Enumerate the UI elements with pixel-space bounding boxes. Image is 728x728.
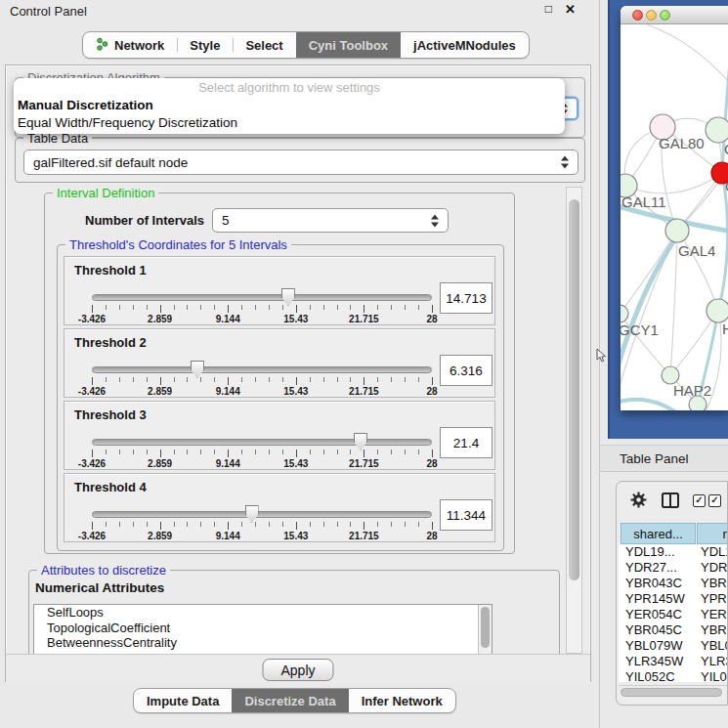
slider-track[interactable]: [92, 294, 432, 301]
tab-impute-data[interactable]: Impute Data: [134, 689, 232, 712]
table-data-combo[interactable]: galFiltered.sif default node: [23, 150, 578, 175]
slider-tick: [187, 377, 188, 382]
network-node-label: HAP2: [673, 382, 711, 399]
slider-tick: [214, 522, 215, 527]
tab-cyni-toolbox[interactable]: Cyni Toolbox: [296, 32, 401, 58]
network-node[interactable]: [707, 299, 728, 322]
slider-tick-label: 28: [426, 314, 437, 324]
table-row[interactable]: YBR045CYBR0: [619, 622, 728, 638]
slider-track[interactable]: [92, 511, 432, 518]
tab-network[interactable]: Network: [83, 32, 177, 58]
network-node-label: GAL80: [659, 135, 705, 151]
table-row[interactable]: YPR145WYPR1: [619, 591, 728, 607]
zoom-traffic-light-icon[interactable]: [660, 10, 670, 21]
attribute-item-betweennesscentrality[interactable]: BetweennessCentrality: [34, 635, 492, 651]
checkbox-checked-icon[interactable]: ✓: [693, 494, 706, 507]
slider-tick: [255, 522, 256, 527]
minimize-traffic-light-icon[interactable]: [646, 10, 657, 21]
close-window-icon[interactable]: ✕: [565, 2, 576, 17]
number-of-intervals-combo[interactable]: 5: [212, 208, 449, 233]
table-row[interactable]: YIL052CYIL0: [619, 669, 728, 682]
slider-tick: [377, 305, 378, 310]
slider-tick: [228, 305, 229, 313]
column-header-shared[interactable]: shared...: [621, 523, 696, 544]
settings-scrollbar-thumb[interactable]: [569, 199, 579, 580]
network-node[interactable]: [621, 305, 628, 322]
numerical-attributes-list[interactable]: SelfLoopsTopologicalCoefficientBetweenne…: [33, 604, 492, 654]
table-row[interactable]: YBR043CYBR0: [619, 576, 728, 591]
network-icon: [96, 37, 108, 54]
tab-discretize-data[interactable]: Discretize Data: [232, 689, 348, 712]
gear-icon[interactable]: [630, 492, 647, 512]
attribute-item-selfloops[interactable]: SelfLoops: [34, 605, 492, 621]
slider-tick: [200, 522, 201, 527]
tab-label: Style: [190, 38, 220, 53]
slider-track[interactable]: [92, 439, 432, 446]
close-traffic-light-icon[interactable]: [632, 10, 643, 21]
slider-tick: [323, 377, 324, 382]
list-scrollbar-thumb[interactable]: [481, 607, 490, 648]
slider-tick-label: -3.426: [78, 386, 106, 397]
threshold-value-field[interactable]: 14.713: [440, 282, 492, 314]
table-row[interactable]: YER054CYER0: [619, 607, 728, 622]
slider-track[interactable]: [92, 366, 432, 373]
settings-scrollbar[interactable]: [566, 187, 582, 654]
slider-tick: [255, 377, 256, 382]
slider-thumb[interactable]: [191, 361, 204, 378]
network-node[interactable]: [706, 117, 728, 143]
cell-shared-name: YBR043C: [625, 576, 682, 591]
threshold-4-panel: Threshold 4-3.4262.8599.14415.4321.71528…: [64, 473, 495, 542]
table-row[interactable]: YLR345WYLR3: [619, 654, 728, 669]
network-node-label: GAL4: [678, 242, 715, 259]
network-node[interactable]: [665, 219, 689, 242]
network-window-titlebar[interactable]: [621, 6, 728, 24]
dropdown-option-manual-discretization[interactable]: Manual Discretization: [14, 97, 565, 114]
slider-thumb[interactable]: [281, 288, 295, 306]
cell-shared-name: YPR145W: [625, 591, 685, 607]
slider-tick: [187, 450, 188, 454]
horizontal-scrollbar-thumb[interactable]: [621, 688, 722, 697]
table-row[interactable]: YDL19...YDL1: [619, 544, 728, 560]
attribute-item-topologicalcoefficient[interactable]: TopologicalCoefficient: [34, 621, 492, 636]
slider-tick: [200, 305, 201, 310]
threshold-value-field[interactable]: 11.344: [440, 499, 492, 531]
dropdown-option-equal-width-frequency-discretization[interactable]: Equal Width/Frequency Discretization: [14, 114, 565, 132]
float-window-icon[interactable]: □: [545, 2, 552, 16]
checkbox-checked-icon[interactable]: ✓: [708, 494, 721, 507]
attributes-group-title: Attributes to discretize: [37, 563, 170, 578]
network-canvas[interactable]: GAL80GCGAL11GAL4GCY1HHAP2: [621, 24, 728, 410]
slider-tick-label: 15.43: [283, 386, 308, 397]
threshold-value-field[interactable]: 6.316: [440, 355, 492, 386]
slider-tick: [405, 305, 406, 310]
threshold-value-field[interactable]: 21.4: [440, 427, 492, 458]
slider-thumb[interactable]: [354, 433, 367, 450]
slider-tick-label: -3.426: [78, 458, 106, 469]
slider-tick: [255, 305, 256, 310]
network-edge-highlighted: [621, 226, 685, 384]
column-header-name[interactable]: n: [697, 523, 728, 544]
slider-tick: [405, 522, 406, 527]
split-columns-icon[interactable]: [662, 492, 679, 512]
slider-thumb[interactable]: [245, 505, 259, 523]
slider-tick: [432, 450, 433, 457]
control-panel-title: Control Panel: [10, 4, 87, 19]
slider-tick: [200, 377, 201, 382]
list-scrollbar[interactable]: [478, 605, 492, 654]
network-edge: [647, 24, 728, 83]
slider-tick: [377, 522, 378, 527]
tab-select[interactable]: Select: [233, 32, 295, 58]
cell-name: YBR0: [701, 576, 728, 591]
network-window-frame[interactable]: GAL80GCGAL11GAL4GCY1HHAP2: [608, 0, 728, 439]
tab-jactivemnodules[interactable]: jActiveMNodules: [401, 32, 529, 58]
tab-infer-network[interactable]: Infer Network: [349, 689, 455, 712]
table-panel: ✓ ✓ shared... n YDL19...YDL1YDR27...YDR2…: [616, 481, 728, 706]
network-window[interactable]: GAL80GCGAL11GAL4GCY1HHAP2: [621, 6, 728, 410]
slider-tick-label: 21.715: [349, 531, 379, 541]
horizontal-scrollbar[interactable]: [619, 685, 728, 699]
apply-button[interactable]: Apply: [262, 659, 333, 681]
settings-scroll-area: Interval Definition Number of Intervals …: [13, 187, 566, 654]
table-row[interactable]: YDR27...YDR2: [619, 560, 728, 576]
table-row[interactable]: YBL079WYBL0: [619, 638, 728, 654]
tab-style[interactable]: Style: [177, 32, 233, 58]
attributes-group: Attributes to discretize Numerical Attri…: [28, 570, 560, 654]
